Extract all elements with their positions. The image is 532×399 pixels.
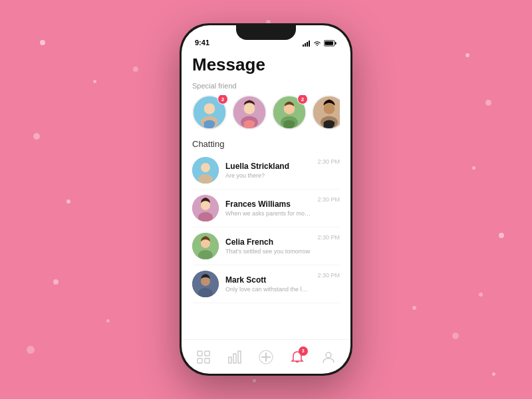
nav-item-home[interactable]: [192, 345, 215, 369]
bottom-nav: 3: [182, 339, 350, 374]
nav-item-stats[interactable]: [223, 345, 247, 369]
svg-rect-37: [238, 351, 241, 363]
nav-item-notifications[interactable]: 3: [285, 345, 309, 369]
chat-time-3: 2:30 PM: [317, 272, 340, 279]
screen-content: Message Special friend 2: [182, 49, 350, 339]
chat-item-0[interactable]: Luella Strickland Are you there? 2:30 PM: [192, 152, 340, 190]
chat-avatar-0: [192, 157, 219, 184]
chat-preview-1: When we asks parents for money and for o…: [225, 210, 311, 217]
svg-point-20: [201, 163, 210, 172]
special-friend-2[interactable]: [232, 95, 267, 130]
svg-point-23: [201, 201, 210, 210]
notifications-badge: 3: [299, 346, 308, 356]
svg-rect-34: [205, 358, 209, 363]
svg-point-17: [324, 103, 335, 114]
signal-icon: [303, 41, 311, 47]
svg-rect-0: [303, 45, 304, 47]
plus-icon: [259, 350, 273, 364]
chat-info-0: Luella Strickland Are you there?: [225, 162, 311, 179]
special-friend-3-badge: 2: [297, 95, 308, 104]
chat-name-3: Mark Scott: [225, 275, 311, 285]
nav-item-profile[interactable]: [317, 345, 340, 369]
svg-rect-6: [325, 41, 333, 45]
chat-preview-0: Are you there?: [225, 172, 311, 179]
svg-point-29: [201, 277, 210, 286]
chat-time-2: 2:30 PM: [317, 234, 340, 241]
svg-rect-35: [229, 357, 231, 363]
chat-item-3[interactable]: Mark Scott Only love can withstand the l…: [192, 265, 340, 303]
chat-avatar-3: [192, 271, 219, 297]
chat-item-2[interactable]: Celia French That's settled see you tomo…: [192, 227, 340, 265]
phone-notch: [236, 25, 296, 40]
phone-shell: 9:41: [180, 23, 352, 376]
special-friend-1[interactable]: 2: [192, 95, 227, 130]
chat-time-0: 2:30 PM: [317, 158, 340, 165]
svg-point-41: [326, 352, 331, 358]
special-friend-4[interactable]: [312, 95, 340, 130]
special-friend-1-badge: 2: [217, 95, 228, 104]
chat-name-0: Luella Strickland: [225, 162, 311, 171]
chat-avatar-2: [192, 233, 219, 259]
grid-icon: [197, 350, 210, 364]
chat-time-1: 2:30 PM: [317, 196, 340, 203]
chat-info-1: Frances Williams When we asks parents fo…: [225, 200, 311, 217]
chatting-label: Chatting: [192, 139, 340, 149]
wifi-icon: [313, 41, 321, 47]
chat-avatar-1: [192, 195, 219, 221]
svg-rect-32: [205, 351, 209, 356]
chat-name-2: Celia French: [225, 237, 311, 247]
chat-preview-3: Only love can withstand the long years: [225, 286, 311, 293]
special-friend-3[interactable]: 2: [272, 95, 307, 130]
chat-info-2: Celia French That's settled see you tomo…: [225, 237, 311, 255]
svg-point-11: [244, 103, 255, 114]
svg-point-8: [204, 103, 215, 114]
svg-rect-1: [305, 43, 306, 47]
status-time: 9:41: [195, 39, 209, 47]
battery-icon: [324, 40, 337, 47]
svg-rect-33: [198, 358, 202, 363]
chat-item-1[interactable]: Frances Williams When we asks parents fo…: [192, 190, 340, 227]
svg-rect-2: [307, 42, 308, 47]
profile-icon: [322, 350, 335, 364]
page-title: Message: [192, 55, 340, 75]
special-friend-label: Special friend: [192, 82, 340, 90]
chat-list: Luella Strickland Are you there? 2:30 PM: [192, 152, 340, 339]
chat-info-3: Mark Scott Only love can withstand the l…: [225, 275, 311, 293]
nav-item-add[interactable]: [254, 345, 278, 369]
svg-rect-31: [198, 351, 202, 356]
status-icons: [303, 40, 337, 47]
chat-preview-2: That's settled see you tomorrow: [225, 248, 311, 255]
chat-name-1: Frances Williams: [225, 200, 311, 209]
svg-rect-36: [233, 354, 236, 363]
svg-rect-5: [335, 42, 336, 45]
special-friends-row: 2: [192, 95, 340, 130]
svg-rect-3: [309, 41, 310, 47]
chart-icon: [228, 350, 241, 364]
